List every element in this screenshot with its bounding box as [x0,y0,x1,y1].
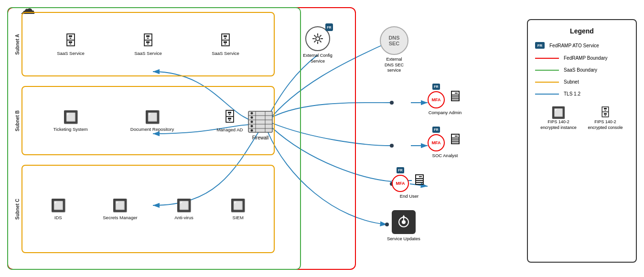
svg-line-25 [320,35,322,37]
ext-config-service: FR External Config Service [299,26,337,64]
legend-saas-line [535,70,559,71]
svg-marker-30 [402,215,405,217]
mfa-badge-admin: MFA [428,91,445,108]
legend-saas-boundary-label: SaaS Boundary [564,67,597,73]
chip-icon-4: 🔲 [112,198,128,213]
chip-icon-1: 🔲 [63,110,78,125]
firewall-label: Firewall [241,135,279,140]
end-user-group: FR MFA 🖥 End User [392,167,427,199]
mfa-badge-enduser: MFA [392,175,409,192]
antivirus-service: 🔲 Anti-virus [174,198,193,220]
svg-point-3 [390,144,394,148]
service-updates-icon [392,210,416,234]
legend-saas-boundary: SaaS Boundary [535,67,629,73]
legend-fedramp-line [535,58,559,59]
config-circle: FR [305,26,330,51]
config-icon [311,32,324,45]
subnet-b-label: Subnet B [15,110,20,131]
soc-analyst-monitor: 🖥 [447,130,462,148]
dns-text: DNSSEC [388,35,399,46]
soc-analyst-group: FR MFA 🖥 SOC Analyst [428,127,462,158]
legend-subnet-line [535,82,559,83]
svg-line-26 [314,41,316,43]
end-user-monitor: 🖥 [411,171,427,189]
legend-server-icon: 🗄 [586,106,624,119]
svg-point-14 [251,117,253,119]
ticketing-system: 🔲 Ticketing System [54,110,88,132]
legend-fr-badge: FR [535,42,545,49]
legend-tls-line [535,94,559,95]
legend-fedramp-ato: FR FedRAMP ATO Service [535,42,629,49]
legend-tls: TLS 1.2 [535,91,629,96]
firewall-box: Firewall [241,110,279,140]
subnet-a-label: Subnet A [15,34,20,55]
company-admin-group: FR MFA 🖥 Company Admin [428,84,462,115]
legend-subnet: Subnet [535,79,629,85]
subnet-a-box: Subnet A 🗄 SaaS Service 🗄 SaaS Service 🗄… [21,12,275,76]
subnet-b-box: Subnet B 🔲 Ticketing System 🔲 Document R… [21,86,275,155]
secrets-manager: 🔲 Secrets Manager [103,198,137,220]
monitor-icon-admin: 🖥 [447,87,462,105]
svg-point-13 [251,112,253,115]
service-updates-group: Service Updates [387,210,420,242]
company-admin-monitor: 🖥 [447,87,462,105]
managed-ad: 🗄 Managed AD [216,109,243,132]
legend-icons-row: 🔲 FIPS 140-2 encrypted instance 🗄 FIPS 1… [535,106,629,130]
legend-fips-instance-label: FIPS 140-2 encrypted instance [540,119,577,130]
mfa-badge-soc: MFA [428,134,445,151]
subnet-c-box: Subnet C 🔲 IDS 🔲 Secrets Manager 🔲 Anti-… [21,165,275,253]
saas-service-3: 🗄 SaaS Service [212,33,239,56]
legend-fedramp-boundary: FedRAMP Boundary [535,55,629,61]
ext-config-label: External Config Service [299,53,337,64]
legend-box: Legend FR FedRAMP ATO Service FedRAMP Bo… [527,19,637,263]
legend-title: Legend [535,27,629,35]
fr-badge-config: FR [325,23,333,31]
monitor-icon-soc: 🖥 [447,130,462,148]
end-user-label: End User [392,193,427,199]
svg-point-15 [251,121,253,123]
fr-badge-admin: FR [432,84,440,90]
legend-fedramp-label: FedRAMP ATO Service [549,43,599,48]
update-icon [397,215,411,229]
legend-tls-label: TLS 1.2 [564,91,580,96]
document-repository: 🔲 Document Repository [130,110,174,132]
legend-fips-console-label: FIPS 140-2 encrypted console [588,119,623,130]
saas-service-1: 🗄 SaaS Service [57,33,85,56]
server-icon-2: 🗄 [141,33,155,49]
legend-chip-icon: 🔲 [539,106,578,119]
chip-icon-6: 🔲 [230,198,246,213]
server-icon-4: 🗄 [223,109,236,125]
legend-fedramp-boundary-label: FedRAMP Boundary [564,55,608,61]
dns-label: ExternalDNS SECservice [373,57,416,74]
saas-service-2: 🗄 SaaS Service [134,33,162,56]
siem-service: 🔲 SIEM [230,198,246,220]
svg-point-16 [251,125,253,128]
subnet-c-label: Subnet C [15,199,20,220]
svg-point-18 [316,37,320,41]
fr-badge-soc: FR [432,127,440,133]
legend-fips-instance: 🔲 FIPS 140-2 encrypted instance [539,106,578,130]
chip-icon-3: 🔲 [51,198,66,213]
legend-fips-console: 🗄 FIPS 140-2 encrypted console [586,106,624,130]
server-icon-3: 🗄 [219,33,232,49]
dns-circle: DNSSEC [380,26,408,55]
fr-badge-enduser: FR [397,167,404,173]
ids-service: 🔲 IDS [51,198,66,220]
svg-point-2 [390,101,394,105]
svg-line-24 [320,41,322,43]
firewall-icon [246,110,275,134]
svg-line-23 [314,35,316,37]
chip-icon-2: 🔲 [145,110,160,125]
server-icon-1: 🗄 [64,33,77,49]
service-updates-label: Service Updates [387,236,420,242]
svg-point-28 [402,220,406,224]
soc-analyst-label: SOC Analyst [428,153,462,158]
chip-icon-5: 🔲 [176,198,192,213]
svg-point-17 [251,129,253,132]
legend-subnet-label: Subnet [564,79,579,85]
monitor-icon-enduser: 🖥 [411,171,427,188]
diagram-container: ☁ Subnet A 🗄 SaaS Service 🗄 SaaS Service… [0,0,644,277]
company-admin-label: Company Admin [428,110,462,115]
dns-sec-service: DNSSEC ExternalDNS SECservice [373,26,416,74]
